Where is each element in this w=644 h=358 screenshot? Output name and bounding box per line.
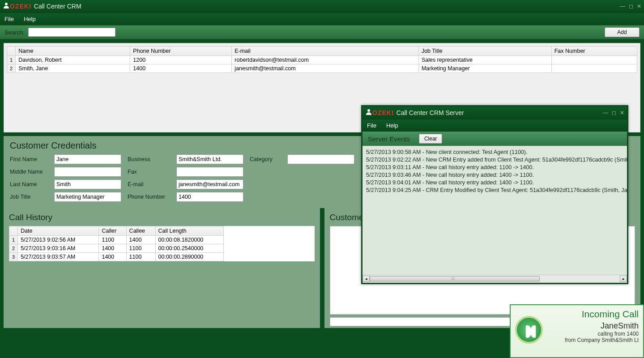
label-first-name: First Name: [10, 156, 48, 162]
phone-field[interactable]: [176, 192, 243, 202]
clear-button[interactable]: Clear: [419, 134, 442, 144]
search-label: Search:: [4, 29, 25, 36]
window-title: Call Center CRM: [34, 3, 620, 10]
server-menu-help[interactable]: Help: [384, 121, 401, 130]
server-menubar: File Help: [363, 119, 627, 132]
server-events-header: Server Events Clear: [363, 132, 627, 146]
col-phone[interactable]: Phone Number: [130, 47, 232, 56]
table-row[interactable]: 2 Smith, Jane 1400 janesmith@testmail.co…: [7, 64, 637, 73]
search-input[interactable]: [28, 28, 115, 37]
minimize-button[interactable]: —: [620, 3, 625, 9]
maximize-button[interactable]: ◻: [629, 3, 633, 9]
main-menubar: File Help: [0, 13, 644, 25]
svg-point-1: [367, 109, 370, 112]
middle-name-field[interactable]: [54, 167, 121, 177]
log-line: 5/27/2013 9:00:58 AM - New client connec…: [366, 149, 623, 156]
toast-line1: calling from 1400: [546, 331, 639, 337]
scroll-left-icon[interactable]: ◂: [363, 276, 370, 282]
toast-heading: Incoming Call: [546, 309, 639, 320]
col-email[interactable]: E-mail: [232, 47, 419, 56]
col-date[interactable]: Date: [18, 226, 99, 236]
contacts-table[interactable]: Name Phone Number E-mail Job Title Fax N…: [7, 46, 637, 73]
server-menu-file[interactable]: File: [364, 121, 379, 130]
last-name-field[interactable]: [54, 179, 121, 189]
log-line: 5/27/2013 9:03:11 AM - New call history …: [366, 164, 623, 171]
log-line: 5/27/2013 9:04:01 AM - New call history …: [366, 179, 623, 187]
label-email: E-mail: [128, 181, 170, 188]
col-callee[interactable]: Callee: [126, 226, 155, 236]
menu-file[interactable]: File: [2, 15, 17, 23]
server-window[interactable]: OZEKI Call Center CRM Server — ◻ ✕ File …: [361, 105, 628, 284]
toast-line2: from Company Smith&Smith Lt: [546, 337, 639, 343]
col-fax[interactable]: Fax Number: [551, 47, 637, 56]
log-line: 5/27/2013 9:02:22 AM - New CRM Entry add…: [366, 156, 623, 164]
server-window-title: Call Center CRM Server: [397, 109, 603, 116]
table-row[interactable]: 1 5/27/2013 9:02:56 AM 1100 1400 00:00:0…: [9, 236, 224, 244]
server-minimize-button[interactable]: —: [603, 110, 608, 116]
label-category: Category: [250, 156, 281, 162]
label-job-title: Job Title: [10, 194, 48, 200]
label-fax: Fax: [128, 169, 170, 175]
add-button[interactable]: Add: [605, 27, 640, 37]
table-row[interactable]: 1 Davidson, Robert 1200 robertdavidson@t…: [7, 56, 637, 64]
main-titlebar: OZEKI Call Center CRM — ◻ ✕: [0, 0, 644, 13]
col-job[interactable]: Job Title: [418, 47, 551, 56]
call-history-panel: Call History Date Caller Callee Call Len…: [4, 208, 320, 328]
scroll-right-icon[interactable]: ▸: [620, 276, 627, 282]
server-events-log[interactable]: 5/27/2013 9:00:58 AM - New client connec…: [363, 146, 627, 275]
scroll-thumb[interactable]: [370, 276, 540, 281]
category-field[interactable]: [287, 154, 354, 164]
menu-help[interactable]: Help: [21, 15, 38, 23]
call-history-heading: Call History: [9, 213, 315, 222]
server-brand-label: OZEKI: [372, 109, 394, 116]
svg-point-0: [5, 3, 8, 5]
server-close-button[interactable]: ✕: [620, 110, 624, 116]
user-logo-icon: [365, 108, 372, 117]
col-caller[interactable]: Caller: [99, 226, 126, 236]
label-middle-name: Middle Name: [10, 169, 48, 175]
table-row[interactable]: 3 5/27/2013 9:03:57 AM 1400 1100 00:00:0…: [9, 253, 224, 261]
col-length[interactable]: Call Length: [155, 226, 224, 236]
col-name[interactable]: Name: [16, 47, 130, 56]
incoming-call-toast[interactable]: Incoming Call JaneSmith calling from 140…: [510, 304, 644, 358]
business-field[interactable]: [176, 154, 243, 164]
table-row[interactable]: 2 5/27/2013 9:03:16 AM 1400 1100 00:00:0…: [9, 244, 224, 253]
user-logo-icon: [3, 2, 10, 11]
label-phone: Phone Number: [128, 194, 170, 200]
first-name-field[interactable]: [54, 154, 121, 164]
horizontal-scrollbar[interactable]: ◂ ▸: [363, 275, 627, 282]
brand-label: OZEKI: [10, 3, 31, 10]
log-line: 5/27/2013 9:03:46 AM - New call history …: [366, 171, 623, 179]
label-business: Business: [128, 156, 170, 162]
log-line: 5/27/2013 9:04:25 AM - CRM Entry Modifie…: [366, 187, 623, 194]
job-title-field[interactable]: [54, 192, 121, 202]
fax-field[interactable]: [176, 167, 243, 177]
scroll-track[interactable]: [370, 276, 620, 282]
email-field[interactable]: [176, 179, 243, 189]
call-history-table[interactable]: Date Caller Callee Call Length 1 5/27/20…: [9, 226, 224, 261]
close-button[interactable]: ✕: [637, 3, 641, 9]
label-last-name: Last Name: [10, 181, 48, 188]
toast-caller-name: JaneSmith: [546, 321, 639, 331]
phone-icon: [515, 316, 543, 344]
server-maximize-button[interactable]: ◻: [612, 110, 616, 116]
server-titlebar[interactable]: OZEKI Call Center CRM Server — ◻ ✕: [363, 107, 627, 119]
server-events-label: Server Events: [368, 135, 410, 143]
search-toolbar: Search: Add: [0, 25, 644, 39]
